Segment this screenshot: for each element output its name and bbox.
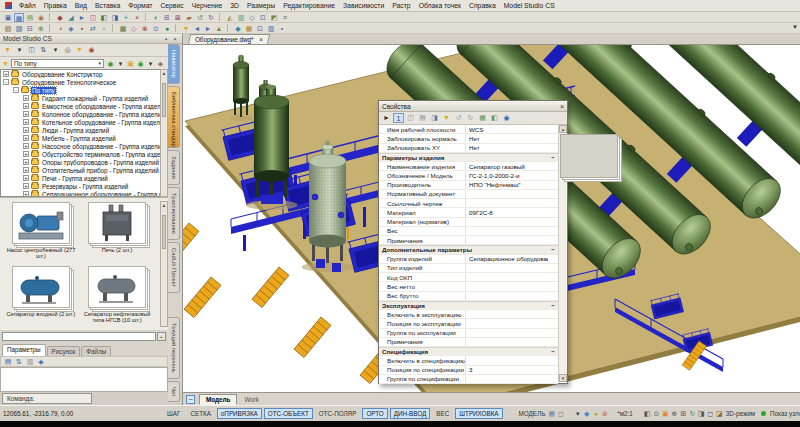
status-toggle[interactable]: СЕТКА [186, 408, 214, 419]
tree-expander[interactable]: + [23, 159, 29, 165]
toolbar-icon[interactable]: + [121, 13, 131, 22]
card-separator-inlet[interactable]: Сепаратор входной (2 шт.) [4, 266, 78, 328]
scrollbar-thumb[interactable] [560, 134, 618, 178]
properties-title-bar[interactable]: Свойства × [379, 101, 567, 112]
tree-item[interactable]: + Резервуары - Группа изделий [23, 182, 160, 190]
panel-toolbar-icon[interactable]: ▼ [74, 45, 85, 55]
property-value[interactable] [465, 375, 548, 383]
navigation-icon[interactable]: ◪ [715, 410, 724, 418]
menu-item[interactable]: Справка [465, 2, 500, 9]
card-pump[interactable]: Насос центробежный (277 шт.) [4, 202, 78, 264]
property-row[interactable]: Вес брутто [379, 292, 558, 301]
property-row[interactable]: Группа по эксплуатации [379, 329, 558, 338]
toolbar-icon[interactable] [49, 24, 53, 32]
toolbar-icon[interactable]: ▲ [214, 24, 224, 33]
property-row[interactable]: Материал (норматив) [379, 218, 558, 227]
properties-toolbar-icon[interactable]: ▤ [417, 113, 428, 123]
toolbar-icon[interactable]: ▨ [14, 24, 24, 33]
parameters-toolbar-icon[interactable]: ▤ [3, 357, 13, 366]
toolbar-icon[interactable]: ▩ [118, 24, 128, 33]
tree-item[interactable]: + Гидрант пожарный - Группа изделий [23, 94, 160, 102]
navigation-icon[interactable]: ⊙ [652, 410, 661, 418]
card-separator-ngsv[interactable]: Сепаратор нефтегазовый типа НГСВ (10 шт.… [80, 266, 154, 328]
toolbar-icon[interactable]: ⊞ [162, 13, 172, 22]
side-tab[interactable]: Трассирование [168, 187, 180, 240]
minimize-icon[interactable]: − [186, 395, 195, 404]
toolbar-icon[interactable]: ► [203, 24, 213, 33]
menu-item[interactable]: Файл [15, 2, 40, 9]
toolbar-icon[interactable]: ↺ [195, 13, 205, 22]
close-icon[interactable]: × [560, 103, 564, 110]
status-toggle[interactable]: ОРТО [362, 408, 387, 419]
search-combo-button[interactable]: ▪ [157, 332, 166, 341]
menu-item[interactable]: Редактирование [279, 2, 339, 9]
section-collapse-icon[interactable]: − [548, 302, 558, 309]
tree-item[interactable]: + Обустройство терминалов - Группа издел… [23, 150, 160, 158]
tree-item[interactable]: + Насосное оборудование - Группа изделий [23, 142, 160, 150]
properties-toolbar-icon[interactable]: ◉ [501, 113, 512, 123]
tree-item[interactable]: - По типу [13, 86, 160, 94]
section-collapse-icon[interactable]: − [548, 246, 558, 253]
property-row[interactable]: Код ОКП [379, 273, 558, 282]
panel-toolbar-icon[interactable]: ▾ [14, 45, 25, 55]
panel-toolbar-icon[interactable]: ◫ [26, 45, 37, 55]
menu-item[interactable]: Размеры [243, 2, 279, 9]
toolbar-icon[interactable]: ▰ [184, 13, 194, 22]
panel-toolbar-icon[interactable]: ▼ [2, 45, 13, 55]
scroll-up-icon[interactable]: ▲ [559, 125, 567, 133]
status-toggle[interactable]: ОТС-ОБЪЕКТ [264, 408, 313, 419]
property-value[interactable] [465, 273, 548, 281]
annotation-icon[interactable]: ● [591, 410, 600, 417]
tree-expander[interactable]: + [23, 111, 29, 117]
property-value[interactable]: Сепаратор газовый [465, 162, 548, 170]
search-input[interactable] [2, 332, 156, 341]
property-value[interactable] [465, 227, 548, 235]
property-value[interactable] [465, 310, 548, 318]
tree-item[interactable]: + Отопительный прибор - Группа изделий [23, 166, 160, 174]
panel-toolbar-icon[interactable]: ◉ [86, 45, 97, 55]
status-toggle[interactable]: ШТРИХОВКА [455, 408, 502, 419]
status-toggle[interactable]: ДИН-ВВОД [390, 408, 431, 419]
properties-toolbar-icon[interactable]: ↻ [465, 113, 476, 123]
filter-action-icon[interactable]: ◉ [136, 59, 145, 68]
3d-mode-label[interactable]: 3D-режим [726, 410, 755, 417]
property-row[interactable]: Группа изделий Сепарационное оборудовани… [379, 255, 558, 264]
tree-item[interactable]: + Люди - Группа изделий [23, 126, 160, 134]
menu-item[interactable]: Облака точек [415, 2, 465, 9]
tree-expander[interactable]: + [3, 71, 9, 77]
toolbar-icon[interactable]: ► [77, 13, 87, 22]
navigation-icon[interactable]: ↻ [688, 410, 697, 418]
side-tab[interactable]: Библиотека стандартн [168, 86, 180, 148]
tree-item[interactable]: + Емкостное оборудование - Группа издели… [23, 102, 160, 110]
properties-toolbar-icon[interactable]: ◨ [429, 113, 440, 123]
property-row[interactable]: Тип изделий [379, 264, 558, 273]
tree-expander[interactable]: + [23, 183, 29, 189]
tab-work[interactable]: Work [237, 394, 266, 405]
property-value[interactable]: Нет [465, 144, 548, 152]
toolbar-icon[interactable]: ⊡ [255, 24, 265, 33]
cards-scrollbar[interactable]: ▲ [160, 201, 168, 327]
toolbar-icon[interactable]: ◇ [129, 24, 139, 33]
property-row[interactable]: Вес нетто [379, 282, 558, 291]
navigation-icon[interactable]: ◨ [697, 410, 706, 418]
toolbar-icon[interactable]: ◇ [247, 13, 257, 22]
drawing-tab[interactable]: Оборудование.dwg* × [188, 34, 271, 44]
menu-item[interactable]: Черчение [188, 2, 227, 9]
menu-item[interactable]: 3D [226, 2, 243, 9]
tab-model[interactable]: Модель [199, 394, 237, 405]
properties-toolbar-icon[interactable]: ► [381, 113, 392, 123]
toolbar-icon[interactable]: ◆ [233, 24, 243, 33]
toolbar-icon[interactable]: ◆ [55, 13, 65, 22]
property-value[interactable] [465, 264, 548, 272]
toolbar-icon[interactable]: ▥ [266, 24, 276, 33]
filter-combo[interactable]: По типу ▾ [11, 59, 104, 68]
property-row[interactable]: Наименование изделия Сепаратор газовый [379, 162, 558, 171]
navigation-icon[interactable]: ▣ [661, 410, 670, 418]
navigation-icon[interactable]: ◻ [706, 410, 715, 418]
filter-action-icon[interactable]: ◉ [106, 59, 115, 68]
properties-scrollbar[interactable]: ▲ ▼ [558, 125, 567, 382]
model-space-icon[interactable]: ◻ [556, 410, 565, 418]
toolbar-icon[interactable]: ◢ [66, 13, 76, 22]
panel-tab[interactable]: Параметры [2, 344, 46, 356]
menu-item[interactable]: Формат [124, 2, 156, 9]
